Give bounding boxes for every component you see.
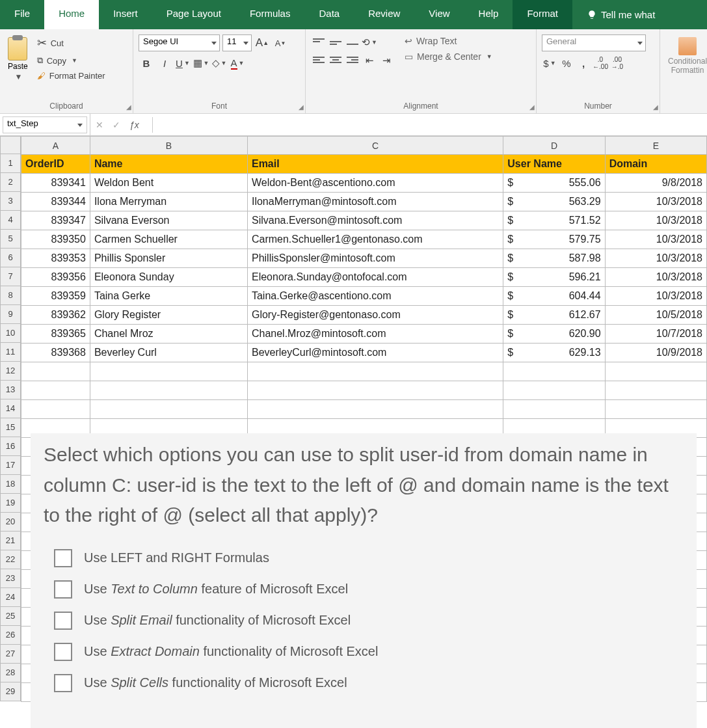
cell-B1[interactable]: Name — [90, 155, 247, 174]
orientation-button[interactable]: ⟲▼ — [362, 34, 377, 50]
cell-B10[interactable]: Chanel Mroz — [90, 325, 247, 344]
cell-E6[interactable]: 10/3/2018 — [605, 249, 706, 268]
tab-data[interactable]: Data — [304, 0, 354, 29]
cell-E7[interactable]: 10/3/2018 — [605, 268, 706, 287]
comma-format-button[interactable]: , — [576, 55, 591, 71]
cell-E4[interactable]: 10/3/2018 — [605, 211, 706, 230]
cell-C6[interactable]: PhillisSponsler@mintosoft.com — [247, 249, 503, 268]
cell-C8[interactable]: Taina.Gerke@ascentiono.com — [247, 287, 503, 306]
cell-E13[interactable] — [605, 381, 706, 400]
cell-B2[interactable]: Weldon Bent — [90, 174, 247, 193]
formula-input[interactable] — [152, 117, 702, 133]
cell-E1[interactable]: Domain — [605, 155, 706, 174]
cell-D13[interactable] — [503, 381, 605, 400]
tab-insert[interactable]: Insert — [99, 0, 152, 29]
col-header-A[interactable]: A — [21, 137, 90, 155]
cell-A10[interactable]: 839365 — [21, 325, 90, 344]
row-header-15[interactable]: 15 — [0, 418, 21, 437]
cell-D8[interactable]: $604.44 — [503, 287, 605, 306]
wrap-text-button[interactable]: ↩Wrap Text — [403, 34, 494, 47]
enter-formula-icon[interactable]: ✓ — [113, 120, 120, 130]
cell-A13[interactable] — [21, 381, 90, 400]
cell-A1[interactable]: OrderID — [21, 155, 90, 174]
paste-button[interactable]: Paste ▼ — [5, 34, 31, 84]
tab-review[interactable]: Review — [354, 0, 414, 29]
name-box[interactable]: txt_Step — [3, 116, 87, 133]
font-color-button[interactable]: A▼ — [230, 55, 245, 71]
alignment-launcher[interactable]: ◢ — [529, 103, 535, 111]
decrease-decimal-button[interactable]: .00→.0 — [609, 55, 625, 71]
cell-C4[interactable]: Silvana.Everson@mintosoft.com — [247, 211, 503, 230]
cell-A5[interactable]: 839350 — [21, 230, 90, 249]
cell-C9[interactable]: Glory-Register@gentonaso.com — [247, 306, 503, 325]
row-header-11[interactable]: 11 — [0, 343, 21, 362]
row-header-10[interactable]: 10 — [0, 324, 21, 343]
cell-A3[interactable]: 839344 — [21, 193, 90, 211]
copy-button[interactable]: ⧉Copy▼ — [34, 54, 108, 67]
tab-formulas[interactable]: Formulas — [235, 0, 305, 29]
tellme-search[interactable]: Tell me what — [572, 0, 669, 29]
format-painter-button[interactable]: 🖌Format Painter — [34, 70, 108, 82]
align-center-button[interactable] — [328, 53, 343, 67]
cell-E12[interactable] — [605, 362, 706, 381]
row-header-27[interactable]: 27 — [0, 645, 21, 664]
accounting-format-button[interactable]: $▼ — [542, 55, 557, 71]
cell-E8[interactable]: 10/3/2018 — [605, 287, 706, 306]
align-right-button[interactable] — [345, 53, 360, 67]
font-launcher[interactable]: ◢ — [299, 103, 304, 111]
row-header-25[interactable]: 25 — [0, 607, 21, 626]
row-header-6[interactable]: 6 — [0, 249, 21, 267]
cell-C2[interactable]: Weldon-Bent@ascentiono.com — [247, 174, 503, 193]
row-header-24[interactable]: 24 — [0, 588, 21, 607]
col-header-E[interactable]: E — [605, 137, 706, 155]
cancel-formula-icon[interactable]: ✕ — [96, 120, 103, 130]
bold-button[interactable]: B — [139, 55, 154, 71]
cell-D1[interactable]: User Name — [503, 155, 605, 174]
row-header-23[interactable]: 23 — [0, 569, 21, 588]
row-header-12[interactable]: 12 — [0, 362, 21, 381]
checkbox-2[interactable] — [54, 580, 72, 599]
cell-B13[interactable] — [90, 381, 247, 400]
cell-D10[interactable]: $620.90 — [503, 325, 605, 344]
cell-B14[interactable] — [90, 400, 247, 419]
cell-C5[interactable]: Carmen.Schueller1@gentonaso.com — [247, 230, 503, 249]
cell-C7[interactable]: Eleonora.Sunday@ontofocal.com — [247, 268, 503, 287]
row-header-7[interactable]: 7 — [0, 267, 21, 286]
cell-E5[interactable]: 10/3/2018 — [605, 230, 706, 249]
tab-help[interactable]: Help — [464, 0, 513, 29]
cell-C13[interactable] — [247, 381, 503, 400]
cell-C11[interactable]: BeverleyCurl@mintosoft.com — [247, 344, 503, 362]
align-left-button[interactable] — [311, 53, 327, 67]
cell-B4[interactable]: Silvana Everson — [90, 211, 247, 230]
cell-E2[interactable]: 9/8/2018 — [605, 174, 706, 193]
cell-D9[interactable]: $612.67 — [503, 306, 605, 325]
tab-pagelayout[interactable]: Page Layout — [152, 0, 235, 29]
borders-button[interactable]: ▦▼ — [193, 55, 209, 71]
italic-button[interactable]: I — [157, 55, 172, 71]
cell-D5[interactable]: $579.75 — [503, 230, 605, 249]
cell-B8[interactable]: Taina Gerke — [90, 287, 247, 306]
cell-A8[interactable]: 839359 — [21, 287, 90, 306]
col-header-D[interactable]: D — [503, 137, 605, 155]
grow-font-button[interactable]: A▲ — [254, 35, 270, 51]
cell-D6[interactable]: $587.98 — [503, 249, 605, 268]
cell-C1[interactable]: Email — [247, 155, 503, 174]
cell-B9[interactable]: Glory Register — [90, 306, 247, 325]
cell-D4[interactable]: $571.52 — [503, 211, 605, 230]
row-header-2[interactable]: 2 — [0, 173, 21, 192]
cell-A7[interactable]: 839356 — [21, 268, 90, 287]
cell-B11[interactable]: Beverley Curl — [90, 344, 247, 362]
cell-C10[interactable]: Chanel.Mroz@mintosoft.com — [247, 325, 503, 344]
row-header-16[interactable]: 16 — [0, 437, 21, 456]
cell-D7[interactable]: $596.21 — [503, 268, 605, 287]
row-header-9[interactable]: 9 — [0, 305, 21, 324]
row-header-3[interactable]: 3 — [0, 192, 21, 211]
checkbox-5[interactable] — [54, 674, 72, 692]
underline-button[interactable]: U▼ — [175, 55, 191, 71]
cell-B5[interactable]: Carmen Schueller — [90, 230, 247, 249]
row-header-22[interactable]: 22 — [0, 550, 21, 569]
merge-center-button[interactable]: ▭Merge & Center▼ — [403, 50, 494, 63]
cell-A4[interactable]: 839347 — [21, 211, 90, 230]
tab-format[interactable]: Format — [513, 0, 572, 29]
cell-A11[interactable]: 839368 — [21, 344, 90, 362]
